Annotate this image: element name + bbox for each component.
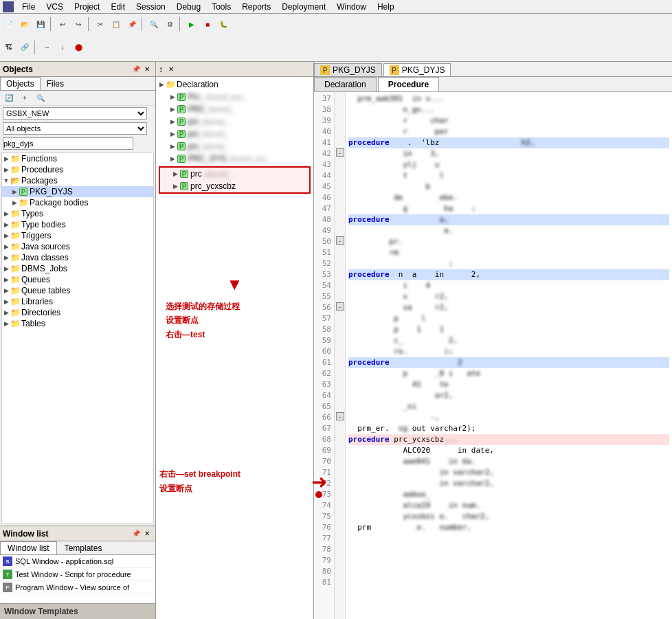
file-tab-pkg-dyjs-2[interactable]: P PKG_DYJS <box>383 63 451 76</box>
tb-stepover[interactable]: → <box>39 40 54 55</box>
tree-libraries[interactable]: ▶ 📁 Libraries <box>2 296 153 307</box>
winlist-test[interactable]: T Test Window - Script for procedure <box>0 568 155 581</box>
tb-schema[interactable]: 🏗 <box>1 40 16 55</box>
expand-tables[interactable]: ▶ <box>2 319 10 328</box>
schema-select[interactable]: GSBX_NEW <box>3 107 147 120</box>
tb-run[interactable]: ▶ <box>184 16 199 32</box>
winlist-close-btn[interactable]: ✕ <box>142 528 153 539</box>
tb-stepinto[interactable]: ↓ <box>55 40 70 55</box>
tree-type-bodies[interactable]: ▶ 📁 Type bodies <box>2 219 153 230</box>
tree-label-triggers: Triggers <box>21 231 52 240</box>
expand-queue-tables[interactable]: ▶ <box>2 286 10 295</box>
menu-help[interactable]: Help <box>372 1 400 13</box>
tb-undo[interactable]: ↩ <box>55 16 70 32</box>
tb-new[interactable]: 📄 <box>1 16 16 32</box>
ctree-proc-0[interactable]: ▶ P Prc. _blurred_text_ <box>157 91 312 103</box>
expand-types[interactable]: ▶ <box>2 210 10 218</box>
tab-declaration[interactable]: Declaration <box>314 77 377 91</box>
file-tab-pkg-dyjs-1[interactable]: P PKG_DYJS <box>314 63 382 76</box>
tb-stop[interactable]: ■ <box>200 16 215 32</box>
tb-breakpoint[interactable]: ⬤ <box>71 40 86 55</box>
expand-java-classes[interactable]: ▶ <box>2 254 10 262</box>
expand-functions[interactable]: ▶ <box>2 155 10 163</box>
objects-close-btn[interactable]: ✕ <box>142 64 153 75</box>
expand-type-bodies[interactable]: ▶ <box>2 221 10 229</box>
tb-find[interactable]: 🔍 <box>146 16 161 32</box>
menu-reports[interactable]: Reports <box>236 1 276 13</box>
expand-java-sources[interactable]: ▶ <box>2 243 10 251</box>
expand-procedures[interactable]: ▶ <box>2 166 10 174</box>
tab-templates[interactable]: Templates <box>57 541 110 554</box>
tree-java-classes[interactable]: ▶ 📁 Java classes <box>2 252 153 263</box>
tb-copy[interactable]: 📋 <box>109 16 124 32</box>
tb-save[interactable]: 💾 <box>33 16 48 32</box>
expand-50[interactable]: - <box>336 236 344 245</box>
menu-window[interactable]: Window <box>331 1 372 13</box>
tree-triggers[interactable]: ▶ 📁 Triggers <box>2 230 153 241</box>
expand-queues[interactable]: ▶ <box>2 275 10 284</box>
expand-triggers[interactable]: ▶ <box>2 232 10 240</box>
menu-session[interactable]: Session <box>131 1 171 13</box>
tb-paste[interactable]: 📌 <box>124 16 139 32</box>
tree-tables[interactable]: ▶ 📁 Tables <box>2 318 153 329</box>
tree-procedures[interactable]: ▶ 📁 Procedures <box>2 164 153 175</box>
tb-open[interactable]: 📂 <box>17 16 32 32</box>
expand-pkg-dyjs[interactable]: ▶ <box>10 188 19 196</box>
obj-filter-btn[interactable]: 🔍 <box>33 91 48 106</box>
tree-pkg-bodies[interactable]: ▶ 📁 Package bodies <box>2 197 153 208</box>
expand-42[interactable]: - <box>336 148 344 157</box>
ctree-proc-2[interactable]: ▶ P prc _blurred_ <box>157 115 312 128</box>
code-content[interactable]: prm_aab301 in v... n_gv... r char r per … <box>346 92 672 619</box>
winlist-pin-btn[interactable]: 📌 <box>131 528 142 539</box>
menu-project[interactable]: Project <box>69 1 105 13</box>
expand-56[interactable]: - <box>336 302 344 311</box>
ctree-proc-3[interactable]: ▶ P prc _blurred_ <box>157 128 312 140</box>
tb-compile[interactable]: ⚙ <box>162 16 177 32</box>
objects-pin-btn[interactable]: 📌 <box>131 64 142 75</box>
obj-refresh-btn[interactable]: 🔄 <box>1 91 16 106</box>
center-close-btn[interactable]: ✕ <box>166 64 177 75</box>
tree-directories[interactable]: ▶ 📁 Directories <box>2 307 153 318</box>
tab-window-list[interactable]: Window list <box>0 541 57 554</box>
menu-vcs[interactable]: VCS <box>41 1 69 13</box>
menu-debug[interactable]: Debug <box>171 1 206 13</box>
menu-file[interactable]: File <box>16 1 41 13</box>
expand-libraries[interactable]: ▶ <box>2 297 10 306</box>
ctree-declaration[interactable]: ▶ 📁 Declaration <box>157 78 312 91</box>
tb-debug[interactable]: 🐛 <box>216 16 231 32</box>
expand-declaration[interactable]: ▶ <box>157 80 166 89</box>
winlist-sql[interactable]: S SQL Window - application.sql <box>0 555 155 568</box>
tree-dbms-jobs[interactable]: ▶ 📁 DBMS_Jobs <box>2 263 153 274</box>
tree-functions[interactable]: ▶ 📁 Functions <box>2 153 153 164</box>
tree-java-sources[interactable]: ▶ 📁 Java sources <box>2 241 153 252</box>
menu-deployment[interactable]: Deployment <box>276 1 331 13</box>
expand-packages[interactable]: ▼ <box>2 177 10 185</box>
menu-tools[interactable]: Tools <box>206 1 236 13</box>
filter-select[interactable]: All objects <box>3 122 147 135</box>
tb-redo[interactable]: ↪ <box>71 16 86 32</box>
tab-procedure[interactable]: Procedure <box>378 77 439 91</box>
ctree-proc-1[interactable]: ▶ P PRC _blurred_ <box>157 103 312 115</box>
ctree-prc-ycxscbz[interactable]: ▶ P prc_ycxscbz <box>160 180 309 192</box>
expand-pkg-bodies[interactable]: ▶ <box>10 199 19 207</box>
winlist-prog[interactable]: P Program Window - View source of <box>0 581 155 594</box>
tb-session[interactable]: 🔗 <box>17 40 32 55</box>
tab-objects[interactable]: Objects <box>0 77 41 90</box>
tree-packages[interactable]: ▼ 📂 Packages <box>2 175 153 186</box>
obj-search-input[interactable] <box>3 137 133 150</box>
expand-directories[interactable]: ▶ <box>2 308 10 317</box>
ctree-proc-prc-sys[interactable]: ▶ P PRC_SYS _blurred_sys_ <box>157 153 312 165</box>
folder-icon-libraries: 📁 <box>10 297 20 306</box>
menu-edit[interactable]: Edit <box>105 1 131 13</box>
tree-queues[interactable]: ▶ 📁 Queues <box>2 274 153 285</box>
ctree-proc-4[interactable]: ▶ P prc _blurred_ <box>157 140 312 153</box>
tab-files[interactable]: Files <box>41 77 70 90</box>
tb-cut[interactable]: ✂ <box>93 16 108 32</box>
obj-new-btn[interactable]: + <box>17 91 32 106</box>
ctree-prc-highlighted[interactable]: ▶ P prc _blurred_ <box>160 168 309 180</box>
expand-66[interactable]: - <box>336 412 344 420</box>
expand-dbms-jobs[interactable]: ▶ <box>2 265 10 273</box>
tree-queue-tables[interactable]: ▶ 📁 Queue tables <box>2 285 153 296</box>
tree-pkg-dyjs[interactable]: ▶ P PKG_DYJS <box>2 186 153 197</box>
tree-types[interactable]: ▶ 📁 Types <box>2 208 153 219</box>
